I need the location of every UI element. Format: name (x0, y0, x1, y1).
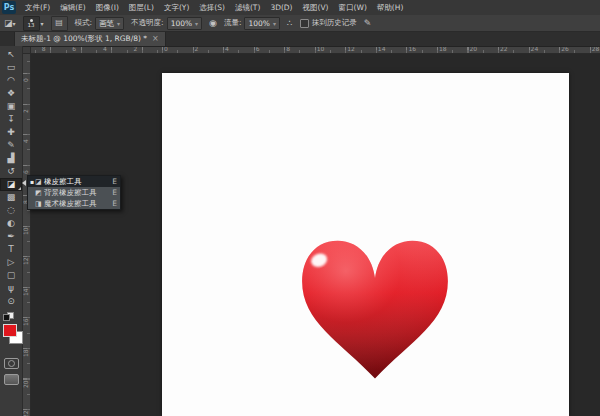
type-tool[interactable]: T (0, 243, 22, 256)
tools-panel: ↖▭◠❖▣↧✚✎▟↺◪▩◌◐✒T▷▢ψ⊙ (0, 46, 23, 416)
ruler-minor-ticks (30, 50, 600, 53)
document-title: 未标题-1 @ 100%(形状 1, RGB/8) * (21, 34, 147, 44)
brush-pressure-icon[interactable]: ✎ (364, 16, 372, 31)
vertical-ruler[interactable]: 0246810121416182022 (22, 53, 31, 416)
menu-item[interactable]: 图像(I) (91, 0, 124, 15)
quick-mask-button[interactable] (4, 358, 19, 369)
move-tool[interactable]: ↖ (0, 48, 22, 61)
close-icon[interactable]: × (152, 35, 159, 43)
ruler-number: 22 (23, 410, 29, 416)
hand-tool[interactable]: ψ (0, 282, 22, 295)
flyout-item-label: 橡皮擦工具 (44, 177, 108, 187)
brush-size-value: 13 (28, 23, 35, 28)
screen-mode-button[interactable] (4, 374, 19, 385)
flow-select[interactable]: 100% ▾ (244, 17, 279, 30)
photoshop-logo: Ps (2, 1, 16, 14)
tool-options-bar: ◪ ▾ 13 ▾ ▤ 模式: 画笔 ▾ 不透明度: 100% ▾ ◉ 流量: 1… (0, 15, 600, 32)
clone-stamp-tool[interactable]: ▟ (0, 152, 22, 165)
ruler-number: 12 (23, 258, 29, 266)
tool-preset-arrow-icon[interactable]: ▾ (13, 16, 16, 31)
crop-tool[interactable]: ▣ (0, 100, 22, 113)
opacity-pressure-icon[interactable]: ◉ (209, 16, 217, 31)
ruler-number: 4 (23, 139, 29, 143)
opacity-select[interactable]: 100% ▾ (167, 17, 202, 30)
opacity-value: 100% (171, 18, 192, 29)
brush-preset-arrow-icon[interactable]: ▾ (41, 16, 44, 31)
eraser-tool-icon[interactable]: ◪ (4, 16, 13, 31)
quick-selection-tool[interactable]: ❖ (0, 87, 22, 100)
shape-tool[interactable]: ▢ (0, 269, 22, 282)
chevron-down-icon: ▾ (195, 18, 198, 29)
ruler-number: 0 (23, 78, 29, 82)
flyout-item-shortcut: E (112, 177, 117, 186)
flow-value: 100% (248, 18, 269, 29)
lasso-tool[interactable]: ◠ (0, 74, 22, 87)
toggle-brush-panel-button[interactable]: ▤ (51, 16, 68, 31)
chevron-down-icon: ▾ (273, 18, 276, 29)
flyout-item-label: 背景橡皮擦工具 (44, 188, 108, 198)
mode-select[interactable]: 画笔 ▾ (95, 17, 124, 30)
ruler-number: 2 (23, 109, 29, 113)
flyout-item-shortcut: E (112, 199, 117, 208)
eraser-variant-icon: ◨ (35, 200, 44, 208)
menu-item[interactable]: 帮助(H) (372, 0, 409, 15)
menu-bar: Ps 文件(F)编辑(E)图像(I)图层(L)文字(Y)选择(S)滤镜(T)3D… (0, 0, 600, 16)
history-brush-tool[interactable]: ↺ (0, 165, 22, 178)
flyout-menu-item[interactable]: ▪ ◪ 橡皮擦工具 E (28, 176, 120, 187)
menu-item[interactable]: 窗口(W) (334, 0, 372, 15)
menu-item[interactable]: 选择(S) (194, 0, 230, 15)
rectangular-marquee-tool[interactable]: ▭ (0, 61, 22, 74)
chevron-down-icon: ▾ (117, 18, 120, 29)
ruler-number: 16 (23, 319, 29, 327)
document-tab-bar: 未标题-1 @ 100%(形状 1, RGB/8) * × (0, 31, 600, 47)
ruler-number: 6 (23, 170, 29, 174)
color-swatches (0, 322, 22, 352)
zoom-tool[interactable]: ⊙ (0, 295, 22, 308)
eraser-tool[interactable]: ◪ (0, 178, 22, 191)
menu-item[interactable]: 文件(F) (20, 0, 55, 15)
menu-item[interactable]: 文字(Y) (159, 0, 194, 15)
flyout-pointer-icon (22, 180, 26, 186)
document-tab[interactable]: 未标题-1 @ 100%(形状 1, RGB/8) * × (14, 31, 166, 46)
airbrush-icon[interactable]: ∴ (287, 16, 293, 31)
opacity-label: 不透明度: (131, 18, 164, 28)
mode-value: 画笔 (99, 18, 114, 29)
flyout-item-label: 魔术橡皮擦工具 (44, 199, 108, 209)
document-canvas[interactable] (162, 73, 569, 416)
menu-item[interactable]: 3D(D) (265, 0, 297, 15)
healing-brush-tool[interactable]: ✚ (0, 126, 22, 139)
horizontal-ruler[interactable]: 86420246810121416182022242628 (30, 46, 600, 54)
brush-preset-picker[interactable]: 13 (23, 16, 40, 31)
pen-tool[interactable]: ✒ (0, 230, 22, 243)
flyout-menu-item[interactable]: ◩ 背景橡皮擦工具 E (28, 187, 120, 198)
menu-item[interactable]: 滤镜(T) (230, 0, 265, 15)
ruler-number: 20 (23, 380, 29, 388)
eyedropper-tool[interactable]: ↧ (0, 113, 22, 126)
flyout-item-shortcut: E (112, 188, 117, 197)
path-selection-tool[interactable]: ▷ (0, 256, 22, 269)
gradient-tool[interactable]: ▩ (0, 191, 22, 204)
mini-foreground-swatch (3, 314, 10, 321)
erase-to-history-label: 抹到历史记录 (312, 18, 357, 28)
eraser-variant-icon: ◪ (35, 178, 44, 186)
foreground-color-swatch[interactable] (3, 324, 17, 337)
brush-tool[interactable]: ✎ (0, 139, 22, 152)
eraser-variant-icon: ◩ (35, 189, 44, 197)
mode-label: 模式: (75, 18, 93, 28)
heart-shape (294, 229, 456, 387)
default-colors-icon[interactable] (3, 312, 15, 320)
menu-item[interactable]: 编辑(E) (55, 0, 91, 15)
dodge-tool[interactable]: ◐ (0, 217, 22, 230)
blur-tool[interactable]: ◌ (0, 204, 22, 217)
ruler-corner (22, 46, 31, 54)
ruler-number: 10 (23, 227, 29, 235)
ruler-number: 18 (23, 349, 29, 357)
eraser-tool-flyout-menu: ▪ ◪ 橡皮擦工具 E ◩ 背景橡皮擦工具 E ◨ 魔术橡皮擦工具 E (27, 175, 121, 210)
flow-label: 流量: (224, 18, 242, 28)
menu-item[interactable]: 视图(V) (298, 0, 334, 15)
flyout-menu-item[interactable]: ◨ 魔术橡皮擦工具 E (28, 198, 120, 209)
menu-item[interactable]: 图层(L) (124, 0, 159, 15)
erase-to-history-checkbox[interactable] (300, 19, 309, 28)
ruler-number: 14 (23, 288, 29, 296)
